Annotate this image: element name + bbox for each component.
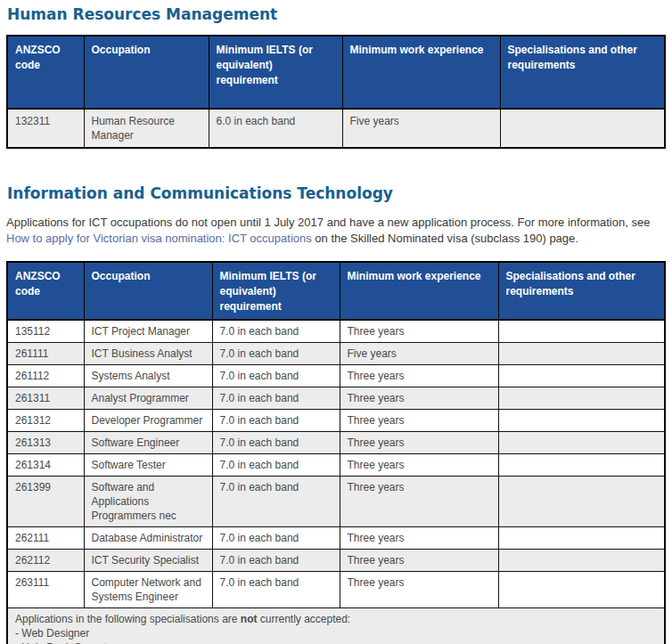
table-cell: 262112 <box>7 550 84 572</box>
table-cell <box>498 320 665 343</box>
table-cell: 7.0 in each band <box>212 454 340 477</box>
table-cell: ICT Business Analyst <box>84 343 212 365</box>
table-cell <box>498 343 665 365</box>
table-cell: Software Engineer <box>84 432 212 454</box>
table-cell <box>498 477 665 527</box>
table-cell <box>500 109 665 148</box>
table-row: 132311Human Resource Manager6.0 in each … <box>7 109 665 148</box>
table-cell: 135112 <box>7 320 84 343</box>
table-cell: Five years <box>340 343 498 365</box>
table-cell: 261313 <box>7 432 84 454</box>
table-row: 261314Software Tester7.0 in each bandThr… <box>7 454 665 477</box>
table-cell: Three years <box>340 432 498 454</box>
table-cell: 6.0 in each band <box>209 109 342 148</box>
column-header-experience: Minimum work experience <box>342 36 500 109</box>
column-header-occupation: Occupation <box>84 262 212 320</box>
table-row: 261399Software and Applications Programm… <box>7 477 665 527</box>
table-cell: Three years <box>340 550 498 572</box>
table-cell <box>498 572 665 608</box>
table-cell: 262111 <box>7 527 84 550</box>
table-row: 262111Database Administrator7.0 in each … <box>7 527 665 550</box>
table-row: 135112ICT Project Manager7.0 in each ban… <box>7 320 665 343</box>
table-cell: 7.0 in each band <box>212 550 340 572</box>
section-heading-ict: Information and Communications Technolog… <box>7 184 666 202</box>
footer-list-item: - Web Designer <box>15 626 657 640</box>
spacer <box>6 247 666 261</box>
table-cell: Systems Analyst <box>84 365 212 387</box>
header-row: ANZSCO code Occupation Minimum IELTS (or… <box>7 36 665 109</box>
table-cell: 7.0 in each band <box>212 410 340 432</box>
column-header-ielts: Minimum IELTS (or equivalent) requiremen… <box>212 262 340 320</box>
footer-list-item: - Help Desk Operator <box>15 640 657 644</box>
table-cell: Three years <box>340 320 498 343</box>
table-cell: Three years <box>340 454 498 477</box>
table-cell: Five years <box>342 109 500 148</box>
table-cell <box>498 410 665 432</box>
table-cell: 7.0 in each band <box>212 477 340 527</box>
table-cell <box>498 365 665 387</box>
table-cell: Human Resource Manager <box>84 109 209 148</box>
table-row: 263111Computer Network and Systems Engin… <box>7 572 665 608</box>
spacer <box>6 149 666 184</box>
column-header-anzsco: ANZSCO code <box>7 36 84 109</box>
column-header-specialisations: Specialisations and other requirements <box>498 262 665 320</box>
ict-table-footer: Applications in the following specialisa… <box>7 608 665 644</box>
table-row: 261111ICT Business Analyst7.0 in each ba… <box>7 343 665 365</box>
table-row: 261312Developer Programmer7.0 in each ba… <box>7 410 665 432</box>
table-cell: ICT Project Manager <box>84 320 212 343</box>
table-cell: 261112 <box>7 365 84 387</box>
hr-table-body: 132311Human Resource Manager6.0 in each … <box>7 109 665 148</box>
table-cell: ICT Security Specialist <box>84 550 212 572</box>
ict-table-body: 135112ICT Project Manager7.0 in each ban… <box>7 320 665 608</box>
table-cell: Computer Network and Systems Engineer <box>84 572 212 608</box>
spacer <box>6 23 666 35</box>
table-cell: 261399 <box>7 477 84 527</box>
column-header-occupation: Occupation <box>84 36 209 109</box>
footer-note-line: Applications in the following specialisa… <box>15 612 657 626</box>
table-cell: Database Administrator <box>84 527 212 550</box>
ict-how-to-apply-link[interactable]: How to apply for Victorian visa nominati… <box>6 232 312 245</box>
footer-row: Applications in the following specialisa… <box>7 608 665 644</box>
table-row: 261112Systems Analyst7.0 in each bandThr… <box>7 365 665 387</box>
table-cell: 261314 <box>7 454 84 477</box>
table-cell: Three years <box>340 365 498 387</box>
header-row: ANZSCO code Occupation Minimum IELTS (or… <box>7 262 665 320</box>
table-cell: Three years <box>340 527 498 550</box>
table-cell: Software Tester <box>84 454 212 477</box>
table-cell: 132311 <box>7 109 84 148</box>
hr-table-header: ANZSCO code Occupation Minimum IELTS (or… <box>7 36 665 109</box>
table-cell <box>498 527 665 550</box>
table-cell: 7.0 in each band <box>212 343 340 365</box>
table-cell: Analyst Programmer <box>84 387 212 410</box>
table-cell <box>498 387 665 410</box>
table-footer-note: Applications in the following specialisa… <box>7 608 665 644</box>
column-header-anzsco: ANZSCO code <box>7 262 84 320</box>
table-cell <box>498 432 665 454</box>
table-cell: 7.0 in each band <box>212 527 340 550</box>
table-cell: 7.0 in each band <box>212 320 340 343</box>
ict-occupations-table: ANZSCO code Occupation Minimum IELTS (or… <box>6 261 666 644</box>
table-row: 261311Analyst Programmer7.0 in each band… <box>7 387 665 410</box>
page-container: Human Resources Management ANZSCO code O… <box>0 0 672 644</box>
hr-occupations-table: ANZSCO code Occupation Minimum IELTS (or… <box>6 35 666 149</box>
intro-paragraph: Applications for ICT occupations do not … <box>6 215 666 247</box>
table-row: 261313Software Engineer7.0 in each bandT… <box>7 432 665 454</box>
table-cell: 261311 <box>7 387 84 410</box>
table-cell: 7.0 in each band <box>212 387 340 410</box>
table-cell: 7.0 in each band <box>212 365 340 387</box>
spacer <box>6 202 666 215</box>
table-cell: Three years <box>340 410 498 432</box>
table-row: 262112ICT Security Specialist7.0 in each… <box>7 550 665 572</box>
table-cell: 261312 <box>7 410 84 432</box>
column-header-ielts: Minimum IELTS (or equivalent) requiremen… <box>209 36 342 109</box>
column-header-specialisations: Specialisations and other requirements <box>500 36 665 109</box>
footer-note-bold: not <box>241 613 258 625</box>
table-cell: Developer Programmer <box>84 410 212 432</box>
column-header-experience: Minimum work experience <box>340 262 498 320</box>
table-cell: Three years <box>340 477 498 527</box>
ict-table-header: ANZSCO code Occupation Minimum IELTS (or… <box>7 262 665 320</box>
table-cell: 261111 <box>7 343 84 365</box>
table-cell: Three years <box>340 572 498 608</box>
table-cell: Three years <box>340 387 498 410</box>
table-cell: Software and Applications Programmers ne… <box>84 477 212 527</box>
